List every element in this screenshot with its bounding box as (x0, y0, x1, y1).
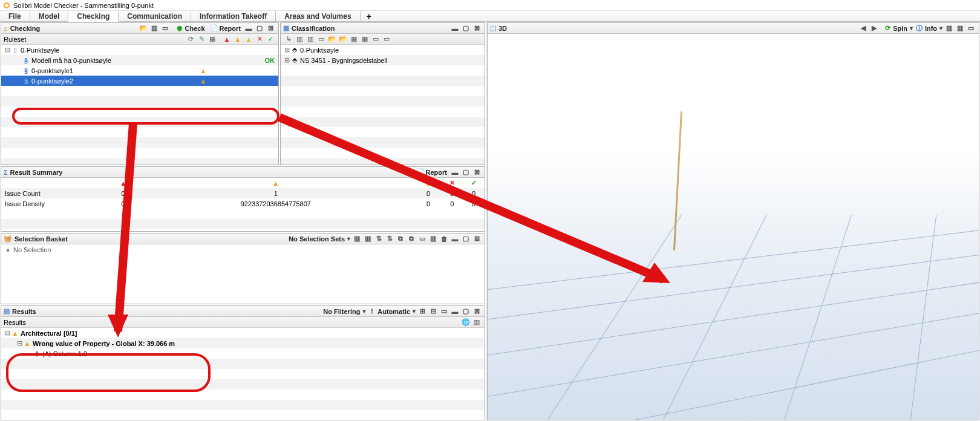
svg-line-1 (488, 251, 979, 324)
sb-min-icon[interactable]: ▬ (450, 234, 460, 244)
cl-close-icon[interactable]: ⊠ (472, 24, 482, 33)
3d-tool-1[interactable]: ▥ (944, 24, 954, 33)
cl-tool-3[interactable]: ▥ (305, 34, 315, 44)
report-button[interactable]: Report (220, 25, 241, 32)
cl-tool-6[interactable]: 📂 (338, 34, 348, 44)
toolbar-icon-3[interactable]: ▦ (207, 34, 217, 44)
sev-ok-icon[interactable]: ✓ (266, 34, 275, 44)
results-icon: ▤ (4, 307, 10, 315)
rule-row-2[interactable]: § 0-punktsøyle2 ▲ (1, 76, 278, 86)
spin-dropdown[interactable]: Spin (893, 25, 907, 32)
sb-tool-9[interactable]: 🗑 (439, 234, 449, 244)
tab-checking[interactable]: Checking (68, 11, 119, 22)
tab-areas[interactable]: Areas and Volumes (276, 11, 360, 21)
open-icon[interactable]: 📂 (139, 24, 148, 33)
check-button[interactable]: Check (185, 25, 205, 32)
res-close-icon[interactable]: ⊠ (472, 307, 482, 316)
ruleset-header: Ruleset ⟳ ✎ ▦ ▲ ▲ ▲ ✕ ✓ (1, 34, 278, 45)
max-icon[interactable]: ▢ (255, 24, 264, 33)
ruleset-tree[interactable]: ⊟ ▯ 0-Punktsøyle § Modell må ha 0-punkts… (1, 45, 278, 165)
sev-yellow-icon[interactable]: ▲ (244, 34, 253, 44)
results-tree[interactable]: ⊟▲ Architectural [0/1] ⊟▲ Wrong value of… (1, 328, 485, 420)
cl-tool-9[interactable]: ▭ (371, 34, 381, 44)
sb-max-icon[interactable]: ▢ (461, 234, 471, 244)
sb-close-icon[interactable]: ⊠ (472, 234, 482, 244)
classification-panel-header: ▦Classification ▬ ▢ ⊠ (281, 23, 485, 34)
rs-report-button[interactable]: Report (426, 169, 447, 176)
res-tool-1[interactable]: ⊞ (417, 307, 427, 316)
sb-tool-1[interactable]: ▥ (352, 234, 362, 244)
sev-x-icon[interactable]: ✕ (255, 34, 264, 44)
3d-tool-3[interactable]: ▭ (966, 24, 976, 33)
filtering-dropdown[interactable]: No Filtering (323, 308, 360, 315)
info-dropdown[interactable]: Info (925, 25, 937, 32)
res-tool-2[interactable]: ⊟ (428, 307, 438, 316)
grid-floor (488, 34, 979, 420)
svg-line-5 (524, 215, 682, 420)
toolbar-icon-1[interactable]: ⟳ (186, 34, 195, 44)
cl-min-icon[interactable]: ▬ (450, 24, 460, 33)
3d-tool-2[interactable]: ▥ (955, 24, 965, 33)
close-icon[interactable]: ⊠ (266, 24, 275, 33)
results-row-2[interactable]: ▮ (A) Column.1.2 (1, 348, 485, 359)
cl-tool-8[interactable]: ▦ (360, 34, 370, 44)
results-row-1[interactable]: ⊟▲ Wrong value of Property - Global X: 3… (1, 338, 485, 348)
sb-tool-4[interactable]: ⇅ (385, 234, 394, 244)
cl-tool-2[interactable]: ▥ (295, 34, 304, 44)
cl-tool-10[interactable]: ▭ (382, 34, 391, 44)
sev-red-icon[interactable]: ▲ (222, 34, 232, 44)
rule-row-0[interactable]: § Modell må ha 0-punktsøyle OK (1, 55, 278, 65)
info-icon[interactable]: ⓘ (915, 24, 924, 33)
res-sub-2[interactable]: ▥ (472, 318, 482, 327)
rs-tool-1[interactable]: ▦ (405, 168, 414, 177)
cl-max-icon[interactable]: ▢ (461, 24, 471, 33)
results-row-0[interactable]: ⊟▲ Architectural [0/1] (1, 328, 485, 338)
sb-tool-2[interactable]: ▥ (363, 234, 373, 244)
sb-tool-5[interactable]: ⧉ (396, 234, 405, 244)
ruleset-label: Ruleset (4, 36, 185, 43)
sb-tool-8[interactable]: ▥ (428, 234, 438, 244)
report-icon[interactable]: 📄 (209, 24, 219, 33)
sev-orange-icon[interactable]: ▲ (233, 34, 243, 44)
automatic-dropdown[interactable]: Automatic (377, 308, 410, 315)
check-run-icon[interactable]: ◉ (175, 24, 185, 33)
no-selection-sets-dropdown[interactable]: No Selection Sets (289, 235, 345, 243)
res-max-icon[interactable]: ▢ (461, 307, 471, 316)
classification-row-0[interactable]: ⊞⬘ 0-Punktsøyle (281, 45, 485, 55)
res-min-icon[interactable]: ▬ (450, 307, 460, 316)
tab-add[interactable]: + (361, 11, 377, 21)
rs-report-icon[interactable]: 📄 (416, 168, 425, 177)
tab-file[interactable]: File (0, 11, 30, 21)
rs-max-icon[interactable]: ▢ (461, 168, 471, 177)
classification-tree[interactable]: ⊞⬘ 0-Punktsøyle ⊞⬘ NS 3451 - Bygningsdel… (281, 45, 485, 165)
nav-back-icon[interactable]: ◀ (858, 24, 868, 33)
toolbar-icon-2[interactable]: ✎ (197, 34, 206, 44)
folder-icon[interactable]: ▭ (160, 24, 170, 33)
col-red-icon: ▲ (120, 180, 126, 187)
no-selection-row: ● No Selection (1, 244, 485, 255)
sb-tool-6[interactable]: ⧉ (407, 234, 416, 244)
cl-tool-1[interactable]: ↳ (284, 34, 293, 44)
min-icon[interactable]: ▬ (244, 24, 253, 33)
window-title: Solibri Model Checker - Sammenstilling 0… (13, 0, 154, 11)
spin-icon[interactable]: ⟳ (883, 24, 892, 33)
res-tool-3[interactable]: ▭ (439, 307, 449, 316)
rs-min-icon[interactable]: ▬ (450, 168, 460, 177)
disk-icon[interactable]: ▥ (149, 24, 159, 33)
3d-viewport[interactable] (488, 34, 979, 420)
auto-icon[interactable]: ⟟ (367, 307, 377, 316)
tab-infotakeoff[interactable]: Information Takeoff (191, 11, 276, 21)
nav-fwd-icon[interactable]: ▶ (869, 24, 879, 33)
res-sub-1[interactable]: 🌐 (461, 318, 471, 327)
cl-tool-5[interactable]: 📂 (327, 34, 337, 44)
classification-row-1[interactable]: ⊞⬘ NS 3451 - Bygningsdelstabell (281, 55, 485, 65)
cl-tool-4[interactable]: ▭ (316, 34, 326, 44)
ruleset-root[interactable]: ⊟ ▯ 0-Punktsøyle (1, 45, 278, 55)
sb-tool-7[interactable]: ▭ (417, 234, 427, 244)
cl-tool-7[interactable]: ▦ (349, 34, 359, 44)
tab-communication[interactable]: Communication (119, 11, 191, 21)
rule-row-1[interactable]: § 0-punktsøyle1 ▲ (1, 65, 278, 76)
sb-tool-3[interactable]: ⇅ (374, 234, 384, 244)
rs-close-icon[interactable]: ⊠ (472, 168, 482, 177)
tab-model[interactable]: Model (30, 11, 69, 21)
